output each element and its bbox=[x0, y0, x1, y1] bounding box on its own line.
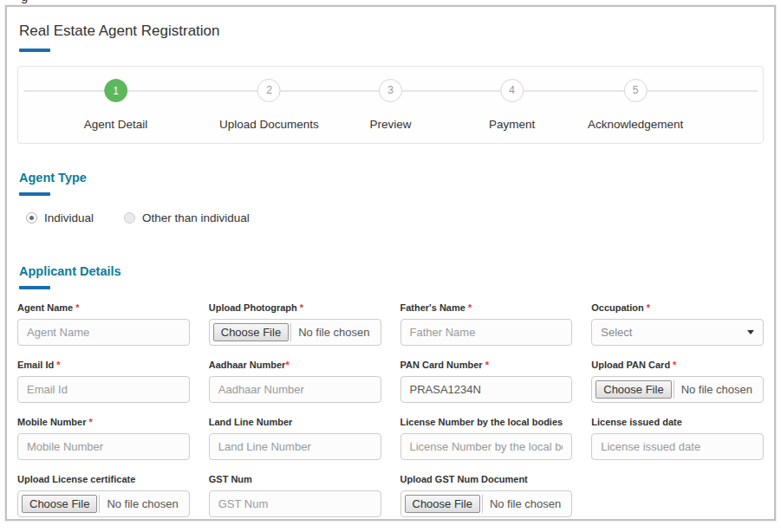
step-3-label: Preview bbox=[369, 118, 411, 131]
mobile-number-input[interactable] bbox=[17, 433, 190, 460]
choose-file-button[interactable]: Choose File bbox=[213, 323, 289, 341]
choose-file-button[interactable]: Choose File bbox=[596, 380, 671, 399]
file-status: No file chosen bbox=[490, 497, 561, 510]
file-divider bbox=[674, 380, 674, 399]
page-title: Real Estate Agent Registration bbox=[19, 23, 764, 40]
agent-name-input[interactable] bbox=[17, 319, 190, 346]
field-license-number: License Number by the local bodies bbox=[400, 404, 573, 461]
field-aadhaar-number: Aadhaar Number* bbox=[209, 347, 381, 404]
upload-gst-num-document-input[interactable]: Choose File No file chosen bbox=[400, 490, 573, 517]
radio-other-than-individual[interactable]: Other than individual bbox=[124, 211, 250, 224]
field-fathers-name: Father's Name* bbox=[400, 289, 573, 347]
field-label: Agent Name bbox=[17, 302, 73, 313]
step-4-label: Payment bbox=[489, 118, 535, 131]
fathers-name-input[interactable] bbox=[400, 319, 573, 346]
radio-individual[interactable]: Individual bbox=[26, 211, 94, 224]
step-2-label: Upload Documents bbox=[219, 118, 319, 131]
field-label: Land Line Number bbox=[209, 417, 293, 427]
agent-type-underline bbox=[19, 192, 50, 196]
land-line-number-input[interactable] bbox=[209, 433, 381, 460]
field-label: Upload GST Num Document bbox=[400, 474, 528, 484]
upload-photograph-input[interactable]: Choose File No file chosen bbox=[209, 319, 381, 346]
step-2-circle[interactable]: 2 bbox=[257, 79, 281, 102]
required-asterisk: * bbox=[300, 302, 303, 313]
radio-other-label: Other than individual bbox=[142, 211, 250, 224]
field-gst-num: GST Num bbox=[209, 461, 381, 518]
field-label: Father's Name bbox=[400, 302, 465, 313]
step-5-circle[interactable]: 5 bbox=[624, 79, 648, 102]
gst-num-input[interactable] bbox=[209, 490, 381, 517]
file-divider bbox=[99, 495, 100, 513]
required-asterisk: * bbox=[285, 360, 289, 370]
field-occupation: Occupation* Select bbox=[591, 289, 764, 347]
field-label: Upload License certificate bbox=[17, 474, 135, 484]
pan-card-number-input[interactable] bbox=[400, 376, 573, 403]
field-label: Mobile Number bbox=[17, 417, 86, 427]
step-acknowledgement: 5 Acknowledgement bbox=[588, 79, 683, 131]
aadhaar-number-input[interactable] bbox=[209, 376, 381, 403]
registration-panel: Real Estate Agent Registration 1 Agent D… bbox=[5, 5, 776, 521]
select-value: Select bbox=[601, 326, 632, 339]
required-asterisk: * bbox=[673, 360, 676, 370]
field-upload-pan-card: Upload PAN Card* Choose File No file cho… bbox=[591, 347, 764, 404]
field-label: Upload Photograph bbox=[209, 302, 297, 313]
step-preview: 3 Preview bbox=[369, 79, 411, 131]
step-agent-detail: 1 Agent Detail bbox=[84, 79, 148, 131]
step-1-label: Agent Detail bbox=[84, 118, 148, 131]
file-divider bbox=[482, 495, 483, 513]
occupation-select[interactable]: Select bbox=[591, 319, 764, 346]
field-label: GST Num bbox=[209, 474, 252, 484]
field-pan-card-number: PAN Card Number* bbox=[400, 347, 573, 404]
field-label: License Number by the local bodies bbox=[400, 417, 563, 427]
registration-stepper: 1 Agent Detail 2 Upload Documents 3 Prev… bbox=[17, 66, 764, 144]
field-license-issued-date: License issued date bbox=[591, 404, 764, 461]
file-status: No file chosen bbox=[298, 326, 369, 339]
required-asterisk: * bbox=[88, 417, 92, 427]
upload-license-certificate-input[interactable]: Choose File No file chosen bbox=[17, 490, 190, 517]
field-upload-photograph: Upload Photograph* Choose File No file c… bbox=[209, 289, 381, 347]
field-upload-license-certificate: Upload License certificate Choose File N… bbox=[17, 461, 190, 518]
required-asterisk: * bbox=[485, 360, 489, 370]
file-divider bbox=[290, 323, 291, 341]
field-label: License issued date bbox=[591, 417, 682, 427]
field-label: PAN Card Number bbox=[400, 360, 483, 370]
step-4-circle[interactable]: 4 bbox=[500, 79, 524, 102]
applicant-form-grid: Agent Name* Upload Photograph* Choose Fi… bbox=[17, 289, 764, 518]
field-label: Occupation bbox=[591, 302, 644, 313]
field-label: Aadhaar Number bbox=[209, 360, 286, 370]
field-land-line-number: Land Line Number bbox=[209, 404, 381, 461]
file-status: No file chosen bbox=[681, 383, 752, 396]
email-id-input[interactable] bbox=[17, 376, 190, 403]
required-asterisk: * bbox=[75, 302, 79, 313]
required-asterisk: * bbox=[468, 302, 472, 313]
field-upload-gst-num-document: Upload GST Num Document Choose File No f… bbox=[400, 461, 573, 518]
radio-unselected-icon[interactable] bbox=[124, 212, 135, 224]
license-number-input[interactable] bbox=[400, 433, 573, 460]
field-email-id: Email Id* bbox=[17, 347, 190, 404]
choose-file-button[interactable]: Choose File bbox=[22, 495, 97, 513]
field-label: Upload PAN Card bbox=[591, 360, 670, 370]
choose-file-button[interactable]: Choose File bbox=[405, 495, 480, 513]
agent-type-heading: Agent Type bbox=[19, 171, 764, 185]
applicant-details-heading: Applicant Details bbox=[19, 264, 764, 278]
required-asterisk: * bbox=[56, 360, 60, 370]
radio-individual-label: Individual bbox=[44, 211, 94, 224]
step-3-circle[interactable]: 3 bbox=[379, 79, 402, 102]
empty-cell bbox=[591, 461, 764, 518]
step-payment: 4 Payment bbox=[489, 79, 535, 131]
required-asterisk: * bbox=[647, 302, 650, 313]
field-mobile-number: Mobile Number* bbox=[17, 404, 190, 461]
file-status: No file chosen bbox=[107, 497, 178, 510]
step-1-circle[interactable]: 1 bbox=[104, 79, 127, 102]
radio-selected-icon[interactable] bbox=[26, 212, 37, 224]
license-issued-date-input[interactable] bbox=[591, 433, 764, 460]
field-label: Email Id bbox=[17, 360, 54, 370]
step-upload-documents: 2 Upload Documents bbox=[219, 79, 319, 131]
step-5-label: Acknowledgement bbox=[588, 118, 683, 131]
agent-type-options: Individual Other than individual bbox=[26, 211, 764, 224]
chevron-down-icon bbox=[747, 330, 754, 334]
field-agent-name: Agent Name* bbox=[17, 289, 190, 347]
upload-pan-card-input[interactable]: Choose File No file chosen bbox=[591, 376, 764, 403]
title-underline bbox=[19, 49, 50, 52]
